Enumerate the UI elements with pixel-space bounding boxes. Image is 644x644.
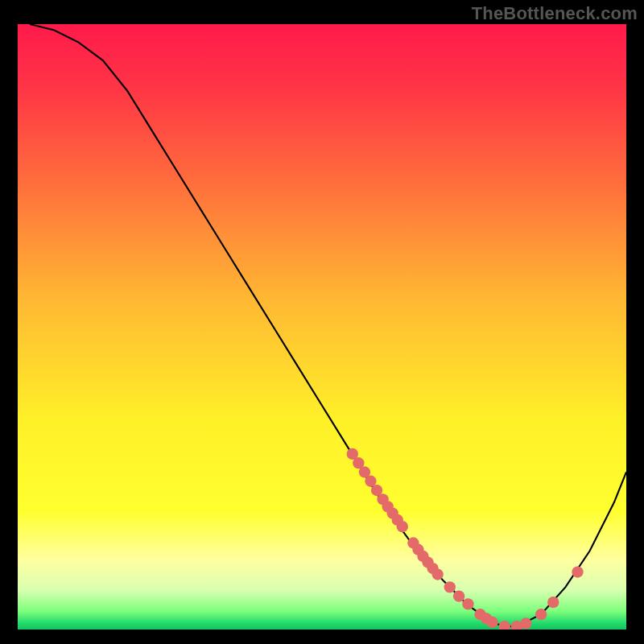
data-dot: [572, 566, 583, 577]
data-dot: [547, 597, 559, 608]
data-dot: [486, 617, 497, 628]
data-dot: [520, 617, 531, 629]
data-dot: [462, 598, 473, 609]
data-dot: [535, 609, 547, 620]
data-dot: [397, 521, 408, 532]
data-dot: [499, 621, 510, 630]
bottleneck-curve: [30, 24, 626, 626]
data-dot: [444, 581, 456, 592]
watermark-text: TheBottleneck.com: [472, 3, 638, 24]
plot-area: [16, 23, 628, 631]
curve-layer: [18, 24, 626, 630]
data-dot: [453, 590, 464, 601]
chart-frame: TheBottleneck.com: [0, 0, 644, 644]
data-dot: [431, 568, 443, 580]
data-dots: [347, 448, 584, 630]
